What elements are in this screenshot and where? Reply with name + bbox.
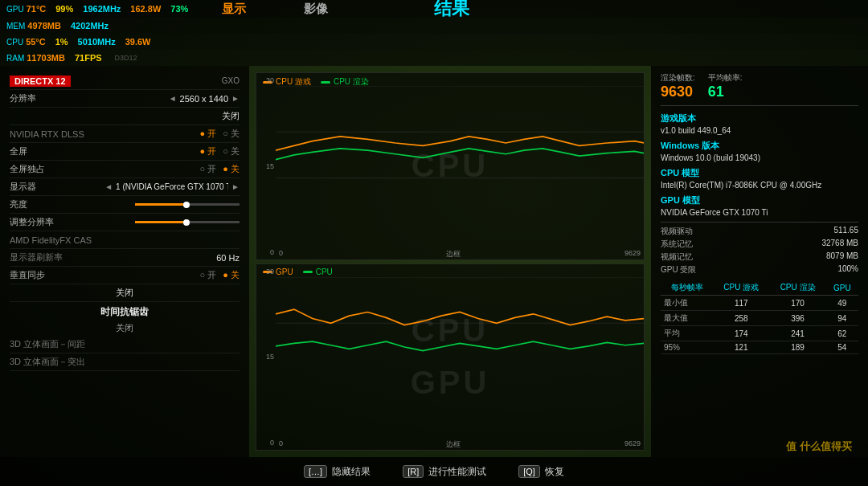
dlss-radio-on[interactable]: ● 开 [200, 128, 217, 140]
gpu-pct: 73% [170, 4, 188, 14]
fps-max-v2: 396 [769, 311, 825, 326]
close-value-1: 关闭 [222, 110, 240, 122]
exclusive-on[interactable]: ○ 开 [200, 163, 217, 175]
exclusive-off[interactable]: ● 关 [223, 163, 240, 175]
fps-min-v3: 49 [826, 296, 858, 311]
stats-row-1: GPU 71°C 99% 1962MHz 162.8W 73% 显示 影像 结果 [0, 0, 868, 18]
chart2-svg [276, 277, 644, 370]
exclusive-row: 全屏独占 ○ 开 ● 关 [10, 161, 240, 178]
rendered-value: 9630 [661, 84, 695, 100]
vsync-row: 垂直同步 ○ 开 ● 关 [10, 267, 240, 284]
arrow-left-icon[interactable]: ◄ [169, 94, 177, 103]
chart2-y-axis: 30 15 0 [256, 264, 276, 451]
chart1-x-mid: 边框 [446, 249, 461, 259]
gpu-limit-label: GPU 受限 [661, 264, 759, 276]
fps-95-v1: 121 [713, 341, 769, 354]
display-arrow-right[interactable]: ► [231, 182, 240, 191]
gpu-limit-value: 100% [760, 264, 858, 276]
vid-mem-label: 视频记忆 [661, 251, 759, 263]
fps-row-avg: 平均 174 241 62 [661, 326, 858, 341]
3d-gap-row: 3D 立体画面－间距 [10, 336, 240, 353]
dlss-radio-off[interactable]: ○ 关 [223, 128, 240, 140]
fps-avg-v3: 62 [826, 326, 858, 341]
chart2-y-min: 0 [270, 439, 274, 447]
tab-display[interactable]: 显示 [222, 2, 246, 17]
3d-protrude-label: 3D 立体画面－突出 [10, 356, 98, 368]
fps-avg-v1: 174 [713, 326, 769, 341]
mem-label: MEM [6, 22, 25, 31]
windows-value: Windows 10.0 (build 19043) [661, 153, 858, 162]
ram-label: RAM [6, 54, 24, 63]
fps-95-v2: 189 [769, 341, 825, 354]
watermark: 值 什么值得买 [786, 439, 852, 454]
cas-label: AMD FidelityFX CAS [10, 235, 98, 245]
aa-close: 关闭 [116, 323, 133, 333]
display-label: 显示器 [10, 181, 98, 193]
gpu-power: 162.8W [130, 4, 161, 14]
fullscreen-on[interactable]: ● 开 [200, 145, 217, 157]
close-center-row: 关闭 [10, 284, 240, 302]
chart2-x-axis: 0 边框 9629 [276, 439, 644, 450]
rendered-frames-item: 渲染帧数: 9630 [661, 72, 695, 100]
cpu-model-title: CPU 模型 [661, 167, 858, 179]
fps-95-label: 95% [661, 341, 713, 354]
hide-key: […] [304, 465, 327, 478]
gpu-clock: 1962MHz [83, 4, 121, 14]
avg-fps-label: 平均帧率: [708, 72, 743, 84]
adjust-res-row: 调整分辨率 [10, 214, 240, 231]
legend4-label: CPU [316, 268, 333, 276]
vsync-on[interactable]: ○ 开 [200, 269, 217, 281]
cas-row: AMD FidelityFX CAS [10, 231, 240, 249]
bottom-bar: […] 隐藏结果 [R] 进行性能测试 [Q] 恢复 [0, 457, 868, 486]
fullscreen-off[interactable]: ○ 关 [223, 145, 240, 157]
stats-row-3: CPU 55°C 1% 5010MHz 39.6W [0, 34, 868, 50]
test-key: [R] [403, 465, 424, 478]
cpu-usage: 1% [55, 37, 68, 47]
game-version-value: v1.0 build 449.0_64 [661, 126, 858, 135]
chart2-y-mid: 15 [266, 353, 274, 361]
gpu-label: GPU [6, 5, 24, 14]
gpu-model-value: NVIDIA GeForce GTX 1070 Ti [661, 208, 858, 217]
run-test-button[interactable]: [R] 进行性能测试 [403, 465, 486, 479]
dlss-label: NVIDIA RTX DLSS [10, 129, 98, 139]
brightness-label: 亮度 [10, 198, 98, 210]
cpu-model-section: CPU 模型 Intel(R) Core(TM) i7-8086K CPU @ … [661, 167, 858, 190]
game-version-title: 游戏版本 [661, 112, 858, 125]
hide-label: 隐藏结果 [332, 465, 371, 479]
3d-protrude-row: 3D 立体画面－突出 [10, 353, 240, 371]
restore-button[interactable]: [Q] 恢复 [518, 465, 564, 479]
display-arrow-left[interactable]: ◄ [104, 182, 113, 191]
tab-image[interactable]: 影像 [304, 2, 328, 17]
chart2-x-end: 9629 [624, 439, 641, 450]
display-value: 1 (NVIDIA GeForce GTX 1070 Ti(1)) [116, 182, 228, 191]
gpu-chart: CPU GPU GPU CPU 30 15 0 [256, 263, 645, 451]
brightness-slider[interactable] [135, 203, 240, 206]
arrow-right-icon[interactable]: ► [231, 94, 240, 103]
gpu-usage: 99% [55, 4, 73, 14]
chart1-svg [276, 86, 644, 178]
close-row-1: 关闭 [10, 108, 240, 125]
video-driver-value: 511.65 [760, 226, 858, 237]
legend3-label: GPU [276, 268, 293, 276]
cpu-power: 39.6W [125, 37, 151, 47]
vsync-off[interactable]: ● 关 [223, 269, 240, 281]
legend4-dot [303, 271, 313, 273]
sys-mem-label: 系统记忆 [661, 239, 759, 250]
resolution-value: 2560 x 1440 [180, 94, 229, 104]
chart1-y-axis: 30 15 0 [256, 73, 276, 259]
d3d12-label: D3D12 [115, 54, 137, 62]
hide-results-button[interactable]: […] 隐藏结果 [304, 465, 371, 479]
fps-max-v1: 258 [713, 311, 769, 326]
adjust-res-slider[interactable] [135, 221, 240, 223]
directx-badge: DIRECTX 12 [10, 76, 71, 87]
fps-col-header-2: CPU 渲染 [769, 280, 825, 296]
fps-max-v3: 94 [826, 311, 858, 326]
chart1-y-mid: 15 [266, 162, 274, 170]
cpu-clock: 5010MHz [78, 37, 116, 47]
results-panel: 渲染帧数: 9630 平均帧率: 61 游戏版本 v1.0 build 449.… [651, 66, 868, 457]
fps-col-header-3: GPU [826, 280, 858, 296]
chart1-x-end: 9629 [624, 249, 641, 259]
chart2-y-max: 30 [266, 268, 274, 276]
refresh-label: 显示器刷新率 [10, 251, 98, 263]
system-info-grid: 视频驱动 511.65 系统记忆 32768 MB 视频记忆 8079 MB G… [661, 222, 858, 276]
